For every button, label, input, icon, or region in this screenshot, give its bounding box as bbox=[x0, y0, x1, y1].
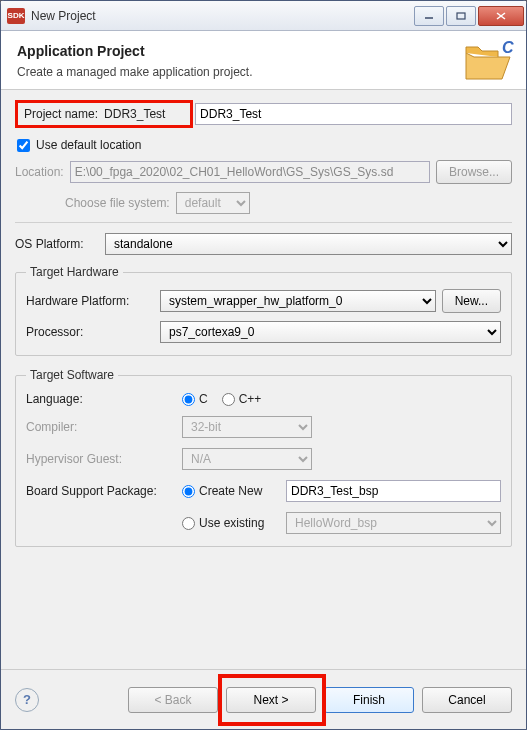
svg-text:C: C bbox=[502, 39, 514, 56]
bsp-create-label: Create New bbox=[199, 484, 262, 498]
bsp-existing-radio-group: Use existing bbox=[182, 516, 278, 530]
bsp-create-radio[interactable] bbox=[182, 485, 195, 498]
back-button: < Back bbox=[128, 687, 218, 713]
help-button[interactable]: ? bbox=[15, 688, 39, 712]
hypervisor-select: N/A bbox=[182, 448, 312, 470]
use-default-location-checkbox[interactable] bbox=[17, 139, 30, 152]
processor-row: Processor: ps7_cortexa9_0 bbox=[26, 321, 501, 343]
hypervisor-label: Hypervisor Guest: bbox=[26, 452, 174, 466]
minimize-button[interactable] bbox=[414, 6, 444, 26]
hardware-platform-select[interactable]: system_wrapper_hw_platform_0 bbox=[160, 290, 436, 312]
folder-icon: C bbox=[462, 39, 514, 87]
processor-select[interactable]: ps7_cortexa9_0 bbox=[160, 321, 501, 343]
os-platform-row: OS Platform: standalone bbox=[15, 233, 512, 255]
language-cpp-label: C++ bbox=[239, 392, 262, 406]
bsp-create-radio-group: Create New bbox=[182, 484, 278, 498]
bsp-existing-radio[interactable] bbox=[182, 517, 195, 530]
next-button[interactable]: Next > bbox=[226, 687, 316, 713]
hardware-platform-row: Hardware Platform: system_wrapper_hw_pla… bbox=[26, 289, 501, 313]
bsp-create-row: Board Support Package: Create New bbox=[26, 480, 501, 502]
compiler-select: 32-bit bbox=[182, 416, 312, 438]
project-name-label: Project name: bbox=[24, 107, 98, 121]
dialog-footer: ? < Back Next > Finish Cancel bbox=[1, 669, 526, 729]
language-label: Language: bbox=[26, 392, 174, 406]
file-system-label: Choose file system: bbox=[65, 196, 170, 210]
window-title: New Project bbox=[31, 9, 414, 23]
titlebar[interactable]: SDK New Project bbox=[1, 1, 526, 31]
close-button[interactable] bbox=[478, 6, 524, 26]
maximize-button[interactable] bbox=[446, 6, 476, 26]
target-software-group: Target Software Language: C C++ Compiler… bbox=[15, 368, 512, 547]
language-cpp-radio[interactable] bbox=[222, 393, 235, 406]
location-input bbox=[70, 161, 430, 183]
dialog-window: SDK New Project Application Project Crea… bbox=[0, 0, 527, 730]
hardware-platform-label: Hardware Platform: bbox=[26, 294, 154, 308]
project-name-preview: DDR3_Test bbox=[104, 107, 184, 121]
project-name-highlight: Project name: DDR3_Test bbox=[15, 100, 193, 128]
file-system-select: default bbox=[176, 192, 250, 214]
bsp-existing-select: HelloWord_bsp bbox=[286, 512, 501, 534]
location-label: Location: bbox=[15, 165, 64, 179]
bsp-name-input[interactable] bbox=[286, 480, 501, 502]
file-system-row: Choose file system: default bbox=[65, 192, 512, 214]
project-name-input[interactable] bbox=[195, 103, 512, 125]
browse-button: Browse... bbox=[436, 160, 512, 184]
os-platform-select[interactable]: standalone bbox=[105, 233, 512, 255]
svg-rect-1 bbox=[457, 13, 465, 19]
use-default-location-label: Use default location bbox=[36, 138, 141, 152]
cancel-button[interactable]: Cancel bbox=[422, 687, 512, 713]
language-c-label: C bbox=[199, 392, 208, 406]
hypervisor-row: Hypervisor Guest: N/A bbox=[26, 448, 501, 470]
os-platform-label: OS Platform: bbox=[15, 237, 97, 251]
dialog-header: Application Project Create a managed mak… bbox=[1, 31, 526, 90]
sdk-icon: SDK bbox=[7, 8, 25, 24]
window-controls bbox=[414, 6, 524, 26]
location-row: Location: Browse... bbox=[15, 160, 512, 184]
finish-button[interactable]: Finish bbox=[324, 687, 414, 713]
bsp-existing-label: Use existing bbox=[199, 516, 264, 530]
compiler-label: Compiler: bbox=[26, 420, 174, 434]
target-software-legend: Target Software bbox=[26, 368, 118, 382]
compiler-row: Compiler: 32-bit bbox=[26, 416, 501, 438]
dialog-content: Project name: DDR3_Test Use default loca… bbox=[1, 90, 526, 669]
page-title: Application Project bbox=[17, 43, 510, 59]
language-row: Language: C C++ bbox=[26, 392, 501, 406]
language-c-radio[interactable] bbox=[182, 393, 195, 406]
bsp-label: Board Support Package: bbox=[26, 484, 174, 498]
page-subtitle: Create a managed make application projec… bbox=[17, 65, 510, 79]
language-radio-group: C C++ bbox=[182, 392, 271, 406]
processor-label: Processor: bbox=[26, 325, 154, 339]
bsp-existing-row: Use existing HelloWord_bsp bbox=[26, 512, 501, 534]
target-hardware-legend: Target Hardware bbox=[26, 265, 123, 279]
target-hardware-group: Target Hardware Hardware Platform: syste… bbox=[15, 265, 512, 356]
separator bbox=[15, 222, 512, 223]
new-hardware-button[interactable]: New... bbox=[442, 289, 501, 313]
project-name-row: Project name: DDR3_Test bbox=[15, 100, 512, 128]
default-location-row: Use default location bbox=[17, 138, 512, 152]
